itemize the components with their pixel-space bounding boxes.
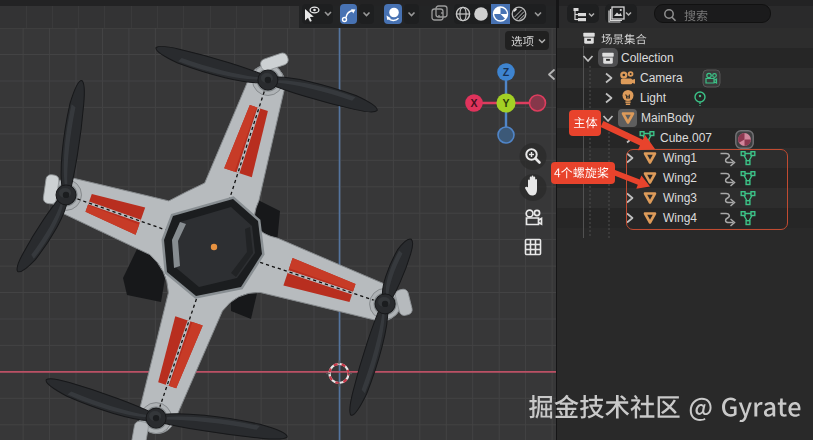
svg-text:X: X: [470, 97, 477, 109]
svg-text:Z: Z: [503, 66, 510, 78]
svg-text:Y: Y: [502, 97, 509, 109]
